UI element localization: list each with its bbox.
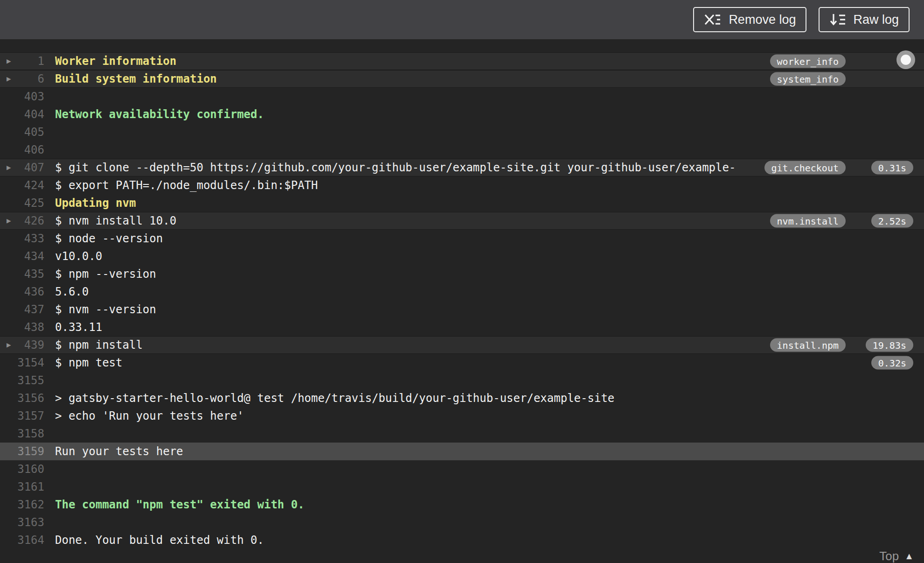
line-text: v10.0.0 xyxy=(55,250,924,263)
fold-caret-icon[interactable]: ▶ xyxy=(7,164,11,171)
log-line[interactable]: 435 $ npm --version xyxy=(0,265,924,283)
log-line[interactable]: 3154 $ npm test 0.32s xyxy=(0,354,924,372)
log-line[interactable]: 404 Network availability confirmed. xyxy=(0,106,924,123)
line-number[interactable]: 3160 xyxy=(0,463,44,476)
line-text: Network availability confirmed. xyxy=(55,108,924,121)
log-line[interactable]: 437 $ nvm --version xyxy=(0,301,924,318)
fold-caret-icon[interactable]: ▶ xyxy=(7,57,11,65)
line-number[interactable]: 433 xyxy=(0,232,44,245)
line-number[interactable]: 3159 xyxy=(0,445,44,458)
log-line[interactable]: ▶ 439 $ npm install install.npm 19.83s xyxy=(0,336,924,354)
log-line[interactable]: 406 xyxy=(0,141,924,159)
line-number[interactable]: 406 xyxy=(0,143,44,156)
line-number[interactable]: 3158 xyxy=(0,427,44,440)
log-line[interactable]: 438 0.33.11 xyxy=(0,318,924,336)
line-number[interactable]: 404 xyxy=(0,108,44,121)
raw-log-icon xyxy=(829,12,846,27)
line-number[interactable]: 405 xyxy=(0,126,44,139)
line-number[interactable]: 3156 xyxy=(0,392,44,405)
duration-badge: 0.31s xyxy=(871,161,913,175)
line-text: The command "npm test" exited with 0. xyxy=(55,498,924,511)
log-line[interactable]: 434 v10.0.0 xyxy=(0,247,924,265)
log-line[interactable]: 425 Updating nvm xyxy=(0,194,924,212)
duration-badge: 19.83s xyxy=(866,338,913,352)
scroll-position-indicator[interactable] xyxy=(896,50,915,69)
line-text: > echo 'Run your tests here' xyxy=(55,409,924,422)
line-text: $ export PATH=./node_modules/.bin:$PATH xyxy=(55,179,924,192)
line-text: Updating nvm xyxy=(55,197,924,210)
remove-log-button[interactable]: Remove log xyxy=(693,7,806,32)
log-line[interactable]: 3164 Done. Your build exited with 0. xyxy=(0,531,924,549)
footer: Top ▲ xyxy=(0,549,924,563)
log-line[interactable]: 433 $ node --version xyxy=(0,230,924,247)
raw-log-button[interactable]: Raw log xyxy=(819,7,910,32)
log-line[interactable]: 3158 xyxy=(0,425,924,443)
fold-caret-icon[interactable]: ▶ xyxy=(7,217,11,225)
line-number[interactable]: 3161 xyxy=(0,480,44,493)
log-line[interactable]: 3162 The command "npm test" exited with … xyxy=(0,496,924,514)
line-text: 0.33.11 xyxy=(55,321,924,334)
fold-name-badge: worker_info xyxy=(770,55,846,68)
log-line[interactable]: ▶ 426 $ nvm install 10.0 nvm.install 2.5… xyxy=(0,212,924,230)
fold-name-badge: system_info xyxy=(770,72,846,86)
log-line[interactable]: 3161 xyxy=(0,478,924,496)
duration-badge: 0.32s xyxy=(871,356,913,370)
raw-log-label: Raw log xyxy=(853,14,899,26)
log-line[interactable]: 3159 Run your tests here xyxy=(0,443,924,460)
line-number[interactable]: 438 xyxy=(0,321,44,334)
log-line[interactable]: 3156 > gatsby-starter-hello-world@ test … xyxy=(0,389,924,407)
log-line[interactable]: 3155 xyxy=(0,372,924,389)
remove-log-icon xyxy=(704,12,722,27)
toolbar: Remove log Raw log xyxy=(0,0,924,39)
caret-up-icon: ▲ xyxy=(904,551,914,561)
fold-caret-icon[interactable]: ▶ xyxy=(7,75,11,83)
line-number[interactable]: 403 xyxy=(0,90,44,103)
line-number[interactable]: 435 xyxy=(0,267,44,281)
line-number[interactable]: 3163 xyxy=(0,516,44,529)
line-text: $ npm test xyxy=(55,356,924,369)
line-text: 5.6.0 xyxy=(55,285,924,298)
fold-name-badge: git.checkout xyxy=(764,161,846,175)
line-number[interactable]: 436 xyxy=(0,285,44,298)
scroll-to-top-link[interactable]: Top ▲ xyxy=(879,550,914,562)
log-line[interactable]: ▶ 407 $ git clone --depth=50 https://git… xyxy=(0,159,924,176)
log-line[interactable]: 403 xyxy=(0,88,924,106)
line-text: > gatsby-starter-hello-world@ test /home… xyxy=(55,392,924,405)
line-number[interactable]: 3164 xyxy=(0,534,44,547)
duration-badge: 2.52s xyxy=(871,214,913,228)
line-text: Run your tests here xyxy=(55,445,924,458)
fold-name-badge: nvm.install xyxy=(770,214,846,228)
remove-log-label: Remove log xyxy=(729,14,796,26)
line-text: $ node --version xyxy=(55,232,924,245)
log-line[interactable]: 424 $ export PATH=./node_modules/.bin:$P… xyxy=(0,176,924,194)
line-number[interactable]: 424 xyxy=(0,179,44,192)
log-line[interactable]: ▶ 1 Worker information worker_info xyxy=(0,52,924,70)
scroll-position-dot-icon xyxy=(901,55,911,65)
line-number[interactable]: 437 xyxy=(0,303,44,316)
line-number[interactable]: 425 xyxy=(0,197,44,210)
line-text: Done. Your build exited with 0. xyxy=(55,534,924,547)
log: ▶ 1 Worker information worker_info ▶ 6 B… xyxy=(0,39,924,549)
log-line[interactable]: 3157 > echo 'Run your tests here' xyxy=(0,407,924,425)
log-line[interactable]: 436 5.6.0 xyxy=(0,283,924,301)
fold-name-badge: install.npm xyxy=(770,338,846,352)
top-label: Top xyxy=(879,550,899,562)
line-number[interactable]: 3155 xyxy=(0,374,44,387)
fold-caret-icon[interactable]: ▶ xyxy=(7,341,11,349)
line-text: $ nvm --version xyxy=(55,303,924,316)
line-number[interactable]: 3162 xyxy=(0,498,44,511)
line-number[interactable]: 434 xyxy=(0,250,44,263)
log-line[interactable]: 3160 xyxy=(0,460,924,478)
line-text: $ npm --version xyxy=(55,267,924,281)
log-line[interactable]: 405 xyxy=(0,123,924,141)
line-number[interactable]: 3154 xyxy=(0,356,44,369)
log-line[interactable]: 3163 xyxy=(0,514,924,531)
log-line[interactable]: ▶ 6 Build system information system_info xyxy=(0,70,924,88)
line-number[interactable]: 3157 xyxy=(0,409,44,422)
